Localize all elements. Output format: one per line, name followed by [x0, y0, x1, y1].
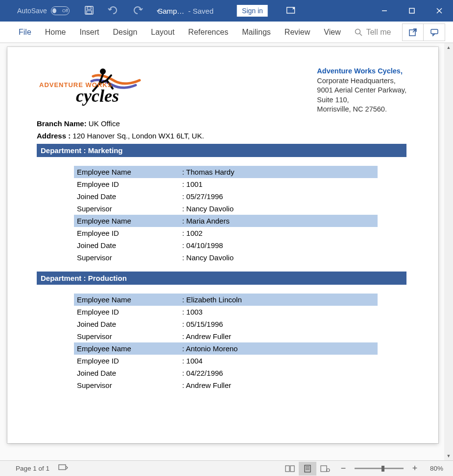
table-row: Supervisor: Andrew Fuller: [74, 379, 378, 391]
cell-label: Employee ID: [77, 229, 182, 237]
zoom-slider[interactable]: [355, 468, 404, 469]
toggle-knob: [52, 8, 56, 13]
hq-line4: Morrisville, NC 27560.: [317, 105, 406, 114]
share-icon: [408, 28, 417, 37]
ribbon-display-icon[interactable]: [286, 7, 295, 15]
tab-references[interactable]: References: [188, 28, 228, 37]
branch-line: Branch Name: UK Office: [37, 119, 406, 128]
close-button[interactable]: [426, 0, 453, 22]
cell-value: : Andrew Fuller: [182, 381, 375, 389]
read-mode-button[interactable]: [281, 462, 299, 476]
titlebar: AutoSave Off ▾ Samp… - Saved Sign in: [0, 0, 453, 22]
employee-table: Employee Name: Thomas Hardy Employee ID:…: [74, 166, 378, 264]
comment-icon: [430, 28, 439, 37]
table-row: Employee Name: Maria Anders: [74, 215, 378, 227]
cell-label: Employee Name: [77, 168, 182, 176]
document-info: Samp… - Saved Sign in: [158, 5, 295, 17]
cell-value: : 05/15/1996: [182, 320, 375, 328]
svg-rect-11: [431, 29, 438, 34]
cell-label: Employee Name: [77, 295, 182, 304]
tab-design[interactable]: Design: [113, 28, 137, 37]
document-status: - Saved: [188, 7, 214, 15]
tab-home[interactable]: Home: [45, 28, 66, 37]
display-settings-icon[interactable]: [58, 464, 68, 473]
cell-label: Joined Date: [77, 241, 182, 249]
hq-line3: Suite 110,: [317, 95, 406, 105]
svg-rect-13: [59, 465, 66, 470]
tab-review[interactable]: Review: [285, 28, 310, 37]
scroll-down-icon[interactable]: ▼: [444, 452, 453, 460]
web-layout-icon: [320, 465, 330, 472]
table-row: Joined Date: 05/15/1996: [74, 318, 378, 330]
minimize-button[interactable]: [371, 0, 398, 22]
web-layout-button[interactable]: [316, 462, 334, 476]
cell-value: : 05/27/1996: [182, 192, 375, 201]
zoom-percentage[interactable]: 80%: [430, 465, 443, 472]
toggle-text: Off: [62, 8, 68, 13]
table-row: Supervisor: Nancy Davolio: [74, 203, 378, 215]
cell-label: Supervisor: [77, 253, 182, 262]
vertical-scrollbar[interactable]: ▲ ▼: [444, 43, 453, 460]
cell-value: : Elizabeth Lincoln: [182, 295, 375, 304]
table-row: Joined Date: 04/22/1996: [74, 367, 378, 379]
cell-label: Joined Date: [77, 369, 182, 377]
zoom-in-button[interactable]: +: [410, 463, 419, 474]
save-icon[interactable]: [84, 5, 94, 17]
branch-value: UK Office: [87, 119, 120, 128]
tab-mailings[interactable]: Mailings: [242, 28, 271, 37]
search-icon: [355, 28, 362, 36]
tab-file[interactable]: File: [19, 28, 31, 37]
table-row: Joined Date: 04/10/1998: [74, 239, 378, 251]
tellme-search[interactable]: Tell me: [355, 28, 391, 37]
table-row: Employee ID: 1001: [74, 178, 378, 190]
employee-table: Employee Name: Elizabeth Lincoln Employe…: [74, 294, 378, 391]
table-row: Supervisor: Andrew Fuller: [74, 330, 378, 342]
dept-header: Department : Marketing: [37, 144, 406, 157]
redo-icon[interactable]: [132, 6, 143, 16]
comments-button[interactable]: [424, 23, 445, 41]
scroll-up-icon[interactable]: ▲: [444, 43, 453, 52]
autosave-toggle[interactable]: Off: [51, 6, 70, 15]
cell-label: Supervisor: [77, 381, 182, 389]
tab-layout[interactable]: Layout: [151, 28, 174, 37]
tab-view[interactable]: View: [324, 28, 340, 37]
company-name: Adventure Works Cycles,: [317, 67, 406, 76]
autosave-label: AutoSave: [17, 7, 47, 15]
company-logo: ADVENTURE WORKS cycles: [37, 67, 149, 106]
cell-label: Employee ID: [77, 180, 182, 188]
cell-label: Joined Date: [77, 192, 182, 201]
signin-button[interactable]: Sign in: [237, 5, 268, 17]
cell-label: Employee ID: [77, 308, 182, 316]
cell-value: : Antonio Moreno: [182, 344, 375, 353]
undo-icon[interactable]: [108, 6, 119, 16]
address-value: 120 Hanover Sq., London WX1 6LT, UK.: [71, 132, 204, 140]
cell-label: Supervisor: [77, 332, 182, 340]
tab-insert[interactable]: Insert: [79, 28, 99, 37]
cell-value: : Andrew Fuller: [182, 332, 375, 340]
cell-value: : 1002: [182, 229, 375, 237]
ribbon-right-buttons: [402, 23, 445, 41]
share-button[interactable]: [402, 23, 424, 41]
cell-label: Employee Name: [77, 344, 182, 353]
page-info[interactable]: Page 1 of 1: [16, 465, 49, 472]
letterhead: ADVENTURE WORKS cycles Adventure Works C…: [37, 67, 406, 114]
svg-rect-14: [286, 466, 289, 472]
maximize-button[interactable]: [398, 0, 426, 22]
document-page[interactable]: ADVENTURE WORKS cycles Adventure Works C…: [7, 47, 438, 443]
autosave-control[interactable]: AutoSave Off: [17, 6, 70, 15]
cell-label: Employee ID: [77, 357, 182, 365]
address-line: Address : 120 Hanover Sq., London WX1 6L…: [37, 132, 406, 140]
document-area: ADVENTURE WORKS cycles Adventure Works C…: [0, 43, 453, 460]
svg-rect-15: [290, 466, 294, 472]
statusbar: Page 1 of 1 − + 80%: [0, 460, 453, 476]
print-layout-button[interactable]: [299, 462, 316, 476]
zoom-handle[interactable]: [381, 466, 384, 472]
svg-point-8: [355, 29, 360, 34]
cell-label: Joined Date: [77, 320, 182, 328]
document-title: Samp…: [158, 7, 184, 15]
table-row: Joined Date: 05/27/1996: [74, 190, 378, 203]
hq-line2: 9001 Aerial Center Parkway,: [317, 86, 406, 95]
zoom-out-button[interactable]: −: [339, 463, 348, 474]
table-row: Supervisor: Nancy Davolio: [74, 251, 378, 264]
table-row: Employee Name: Antonio Moreno: [74, 342, 378, 355]
